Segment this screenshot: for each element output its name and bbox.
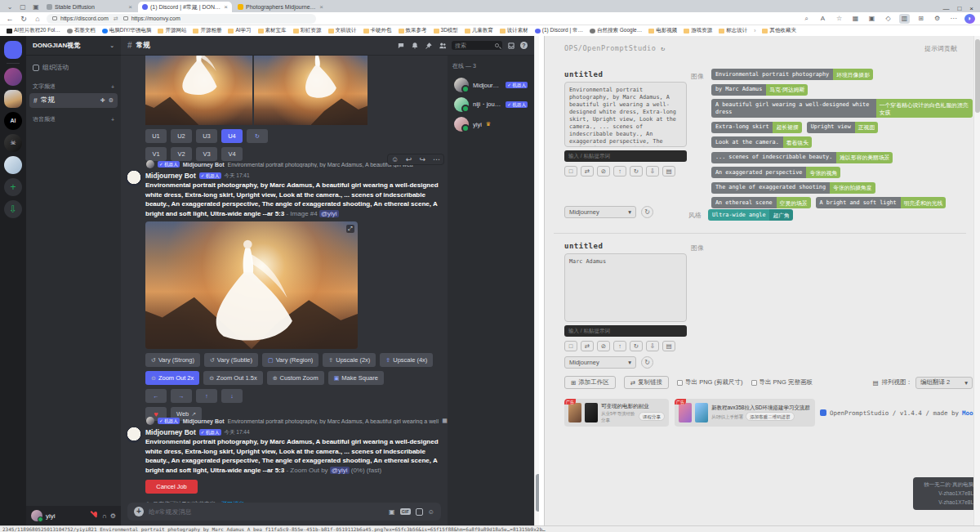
bookmark-item[interactable]: 卡硬外包	[363, 27, 392, 34]
message-input[interactable]: + 给#常规发消息 ▣ GIF ☺	[127, 503, 441, 521]
avatar[interactable]	[126, 170, 142, 186]
save-icon[interactable]: ▤	[662, 166, 675, 177]
browser-tab[interactable]: Stable Diffusion×	[42, 2, 136, 12]
attach-plus-icon[interactable]: +	[134, 507, 144, 516]
reply-preview[interactable]: ✓ 机器人 Midjourney Bot Environmental portr…	[145, 415, 448, 427]
tag-a-beautiful-girl-wearing-a-well-designed-white-dress[interactable]: A beautiful girl wearing a well-designed…	[711, 99, 973, 118]
address-bar[interactable]: https://discord.com ⇄ https://moonvy.com	[47, 14, 316, 24]
bookmark-item[interactable]: 3D模型	[434, 27, 458, 34]
bookmark-item[interactable]: 儿童教育	[465, 27, 493, 34]
minimize-button[interactable]: —	[942, 5, 949, 12]
bookmark-item[interactable]: 彩虹资源	[293, 27, 322, 34]
ad-banner-movie[interactable]: 广告 可变现的电影的副业 从业5年导演经验分享 课程分享	[564, 399, 669, 427]
other-bookmarks-folder[interactable]: 其他收藏夹	[762, 27, 796, 34]
server-sphere[interactable]	[4, 156, 22, 174]
pan-up-button[interactable]: ↑	[196, 389, 217, 403]
tag-an-exaggerated-perspective[interactable]: An exaggerated perspective夸张的视角	[711, 167, 840, 178]
upload-icon[interactable]: ↑	[613, 166, 626, 177]
expand-image-icon[interactable]: ⤢	[346, 225, 354, 233]
tab-layout-icon[interactable]: ▢	[18, 2, 28, 11]
custom-zoom-button[interactable]: ⊕Custom Zoom	[267, 371, 324, 385]
zoom-out-1-5x-button[interactable]: ⊖Zoom Out 1.5x	[203, 371, 262, 385]
add-server-button[interactable]: +	[4, 178, 22, 196]
export-png-full-checkbox[interactable]: 导出 PNG 完整画板	[751, 378, 813, 387]
export-icon[interactable]: ⇩	[646, 341, 659, 351]
threads-icon[interactable]	[396, 41, 406, 51]
upscale-button-u2[interactable]: U2	[171, 129, 192, 143]
user-panel[interactable]: yiyi ∩ ⚙	[26, 506, 121, 525]
clear-icon[interactable]: ⊘	[597, 166, 610, 177]
bookmark-item[interactable]: 标志设计	[719, 27, 747, 34]
ad-button[interactable]: 课程分享	[639, 412, 665, 421]
workspace-title[interactable]: untitled	[564, 242, 603, 250]
search-input[interactable]: 搜索	[452, 41, 502, 50]
save-icon[interactable]: ▤	[662, 341, 675, 351]
add-reaction-icon[interactable]: ☺	[390, 155, 400, 163]
bell-icon[interactable]	[410, 41, 420, 51]
maximize-button[interactable]: □	[957, 5, 961, 12]
server-ai[interactable]: AI	[4, 112, 22, 130]
bookmark-item[interactable]: 素材宝库	[258, 27, 287, 34]
prompt-contribute-link[interactable]: 提示词贡献	[924, 44, 957, 53]
right-pane-scrollbar[interactable]	[973, 36, 980, 525]
engine-refresh-button[interactable]: ↻	[641, 356, 653, 369]
home-button[interactable]: ⌂	[33, 15, 42, 23]
refresh-icon[interactable]: ↻	[661, 44, 666, 52]
tag-extra-long-skirt[interactable]: Extra-long skirt超长裙摆	[711, 122, 802, 133]
search-icon[interactable]: ⌕	[801, 14, 812, 24]
browser-tab[interactable]: Photographers Midjourney 公众号×	[234, 2, 327, 12]
copy-icon[interactable]: □	[564, 341, 577, 351]
address-url-left[interactable]: https://discord.com	[60, 16, 109, 21]
forward-icon[interactable]: ↪	[417, 155, 428, 163]
cancel-job-button[interactable]: Cancel Job	[145, 480, 198, 494]
member-row[interactable]: Midjourney Bot✓ 机器人	[452, 75, 529, 95]
browser-tab[interactable]: (1) Discord | #常规 | DONGJIAN视觉×	[138, 2, 232, 12]
add-channel-icon[interactable]: +	[111, 117, 114, 123]
reply-icon[interactable]: ↩	[403, 155, 414, 163]
bookmark-item[interactable]: 电脑DIY/华强电脑	[102, 27, 152, 34]
tag-ultra-wide-angle[interactable]: Ultra-wide angle 超广角	[708, 209, 793, 221]
engine-select[interactable]: Midjourney▾	[564, 356, 636, 369]
bookmark-item[interactable]: 自然搜索 Google…	[590, 27, 642, 34]
headphones-icon[interactable]: ∩	[102, 512, 107, 520]
copy-link-button[interactable]: ⇄ 复制链接	[624, 376, 669, 389]
workspace-title[interactable]: untitled	[564, 70, 603, 78]
bookmark-item[interactable]: 设计素材	[500, 27, 528, 34]
user-settings-icon[interactable]: ⚙	[110, 512, 116, 520]
favorite-star-icon[interactable]: ☆	[834, 14, 844, 24]
add-workspace-button[interactable]: ⊞ 添加工作区	[564, 376, 616, 389]
engine-refresh-button[interactable]: ↻	[641, 206, 653, 218]
more-icon[interactable]: ⋯	[431, 155, 442, 163]
upscale-button-u3[interactable]: U3	[196, 129, 217, 143]
clear-icon[interactable]: ⊘	[597, 341, 610, 351]
avatar[interactable]	[126, 427, 142, 443]
pan-down-button[interactable]: ↓	[221, 389, 243, 403]
address-url-right[interactable]: https://moonvy.com	[131, 16, 180, 21]
prompt-textarea[interactable]: Environmental portrait photography, by M…	[564, 82, 687, 147]
midjourney-grid-image-right[interactable]	[254, 56, 368, 125]
collections-icon[interactable]: ⊞	[915, 14, 926, 24]
reroll-button[interactable]: ↻	[247, 129, 268, 143]
tab-close-icon[interactable]: ×	[224, 3, 228, 11]
channel-item-general[interactable]: # 常规 ✚ ⚙	[29, 93, 118, 108]
prompt-quick-input[interactable]: 输入 / 粘贴提示词	[564, 150, 687, 162]
copy-icon[interactable]: □	[564, 166, 577, 177]
server-header[interactable]: DONGJIAN视觉 ⌄	[26, 36, 121, 56]
refresh-button[interactable]: ↻	[19, 15, 29, 23]
split-screen-icon[interactable]: ▥	[899, 14, 910, 24]
bookmark-item[interactable]: 效果参考	[399, 27, 427, 34]
explore-servers-button[interactable]: ⇩	[4, 200, 22, 218]
member-row[interactable]: niji・journey …✓ 机器人	[452, 95, 529, 114]
sticker-icon[interactable]	[416, 508, 423, 516]
prompt-quick-input[interactable]: 输入 / 粘贴提示词	[564, 325, 687, 337]
bookmark-item[interactable]: 开源网站	[158, 27, 186, 34]
emoji-icon[interactable]: ☺	[428, 508, 434, 516]
discord-home-button[interactable]	[4, 41, 22, 59]
zoom-out-2x-button[interactable]: ⊖Zoom Out 2x	[145, 371, 199, 385]
more-icon[interactable]: ⋯	[948, 14, 959, 24]
tag-environmental-portrait-photography[interactable]: Environmental portrait photography环境肖像摄影	[711, 69, 873, 80]
read-aloud-icon[interactable]: A	[817, 14, 828, 24]
bookmark-item[interactable]: 石墨文档	[67, 27, 96, 34]
extension-green-icon[interactable]: ▦	[850, 14, 861, 24]
upscale-button-u1[interactable]: U1	[145, 129, 167, 143]
